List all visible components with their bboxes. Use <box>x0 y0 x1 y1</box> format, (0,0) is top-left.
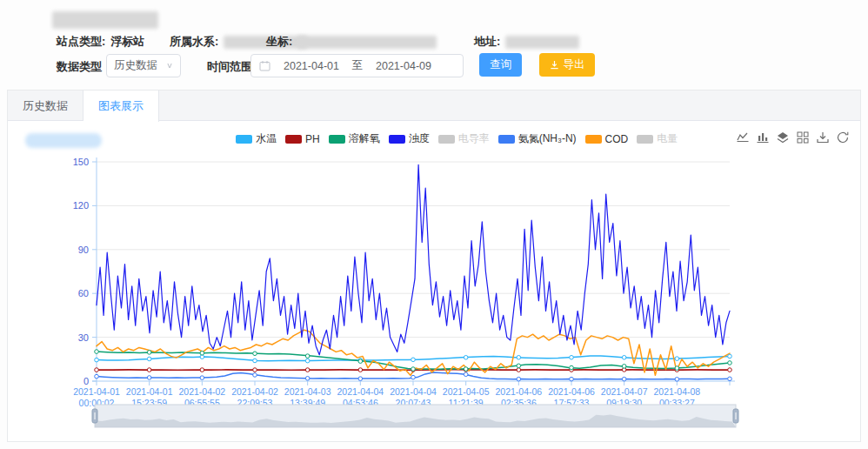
start-date-input[interactable]: 2021-04-01 <box>277 60 345 72</box>
legend-item-3[interactable]: 溶解氧 <box>329 131 380 146</box>
chart-title-redacted <box>25 133 102 148</box>
svg-text:0: 0 <box>83 376 89 386</box>
svg-text:120: 120 <box>73 200 89 211</box>
save-image-icon[interactable] <box>816 131 830 144</box>
legend-swatch <box>637 135 653 144</box>
address-label: 地址: <box>474 34 500 50</box>
svg-text:2021-04-04: 2021-04-04 <box>337 386 384 397</box>
legend-item-5[interactable]: 电导率 <box>438 131 490 146</box>
legend-label: 溶解氧 <box>349 131 380 146</box>
svg-text:2021-04-06: 2021-04-06 <box>495 386 542 397</box>
stack-icon[interactable] <box>776 131 790 144</box>
address-value-redacted <box>505 36 579 49</box>
legend-label: 氨氮(NH₃-N) <box>518 131 577 146</box>
end-date-input[interactable]: 2021-04-09 <box>370 60 437 72</box>
station-type-field: 站点类型: 浮标站 <box>57 34 144 50</box>
content-card: 历史数据 图表展示 水温PH溶解氧浊度电导率氨氮(NH₃-N)COD电量 <box>7 90 861 442</box>
station-info-row: 站点类型: 浮标站 所属水系: 坐标: 地址: <box>0 34 868 50</box>
station-name-redacted <box>52 11 158 29</box>
chart-area[interactable]: 03060901201502021-04-0100:00:022021-04-0… <box>8 151 860 443</box>
svg-text:2021-04-01: 2021-04-01 <box>73 386 120 397</box>
legend-item-8[interactable]: 电量 <box>637 131 678 146</box>
coordinates-field: 坐标: <box>266 34 437 50</box>
address-field: 地址: <box>474 34 579 50</box>
svg-text:2021-04-08: 2021-04-08 <box>653 386 700 397</box>
legend-item-6[interactable]: 氨氮(NH₃-N) <box>498 131 577 146</box>
legend-label: 水温 <box>256 131 277 146</box>
coordinates-value-redacted <box>297 36 437 49</box>
legend-swatch <box>236 135 252 144</box>
legend-label: 电量 <box>657 131 678 146</box>
water-station-history-page: 站点类型: 浮标站 所属水系: 坐标: 地址: 数据类型 历史数据 ∨ 时间范围… <box>0 0 868 449</box>
query-button[interactable]: 查询 <box>479 53 522 77</box>
legend-item-2[interactable]: PH <box>285 133 320 145</box>
svg-text:60: 60 <box>78 288 89 298</box>
svg-text:90: 90 <box>78 245 89 255</box>
download-icon <box>550 60 559 70</box>
legend-label: 电导率 <box>458 131 490 146</box>
legend-swatch <box>285 135 302 144</box>
svg-text:150: 150 <box>73 157 89 167</box>
tab-chart-display[interactable]: 图表展示 <box>83 90 159 122</box>
svg-text:30: 30 <box>78 332 89 343</box>
legend-swatch <box>329 135 345 144</box>
svg-text:2021-04-01: 2021-04-01 <box>126 386 173 397</box>
chart-toolbox <box>736 131 850 144</box>
data-type-selected-value: 历史数据 <box>114 58 157 73</box>
coordinates-label: 坐标: <box>266 34 292 50</box>
legend-swatch <box>438 135 455 144</box>
bar-chart-icon[interactable] <box>756 131 770 144</box>
water-system-label: 所属水系: <box>170 34 218 50</box>
calendar-icon <box>259 60 270 71</box>
data-type-select[interactable]: 历史数据 ∨ <box>106 54 181 77</box>
data-type-label: 数据类型 <box>57 59 102 75</box>
legend-item-1[interactable]: 水温 <box>236 131 277 146</box>
legend-label: COD <box>605 133 629 145</box>
tab-history-data[interactable]: 历史数据 <box>8 90 83 121</box>
chart-legend: 水温PH溶解氧浊度电导率氨氮(NH₃-N)COD电量 <box>236 131 678 146</box>
restore-icon[interactable] <box>836 131 850 144</box>
legend-item-7[interactable]: COD <box>585 133 629 145</box>
svg-text:2021-04-06: 2021-04-06 <box>548 386 595 397</box>
line-chart-icon[interactable] <box>736 131 750 144</box>
svg-text:2021-04-04: 2021-04-04 <box>390 386 437 397</box>
history-line-chart[interactable]: 03060901201502021-04-0100:00:022021-04-0… <box>8 151 860 443</box>
legend-item-4[interactable]: 浊度 <box>389 131 430 146</box>
tiled-icon[interactable] <box>796 131 810 144</box>
station-type-value: 浮标站 <box>110 34 144 50</box>
date-range-picker[interactable]: 2021-04-01 至 2021-04-09 <box>250 54 464 77</box>
chevron-down-icon: ∨ <box>166 61 173 70</box>
svg-text:2021-04-05: 2021-04-05 <box>443 386 490 397</box>
date-range-separator: 至 <box>345 58 370 73</box>
svg-text:2021-04-03: 2021-04-03 <box>284 386 331 397</box>
export-button-label: 导出 <box>564 57 585 72</box>
legend-swatch <box>389 135 405 144</box>
query-controls-row: 数据类型 历史数据 ∨ 时间范围 2021-04-01 至 2021-04-09… <box>0 53 868 77</box>
export-button[interactable]: 导出 <box>539 53 595 77</box>
svg-text:2021-04-07: 2021-04-07 <box>601 386 648 397</box>
tab-bar: 历史数据 图表展示 <box>8 90 860 121</box>
station-type-label: 站点类型: <box>57 34 105 50</box>
time-range-label: 时间范围 <box>207 59 252 75</box>
legend-label: PH <box>305 133 320 145</box>
legend-swatch <box>585 135 602 144</box>
legend-label: 浊度 <box>409 131 430 146</box>
legend-swatch <box>498 135 515 144</box>
svg-text:2021-04-02: 2021-04-02 <box>178 386 225 397</box>
svg-text:2021-04-02: 2021-04-02 <box>231 386 278 397</box>
